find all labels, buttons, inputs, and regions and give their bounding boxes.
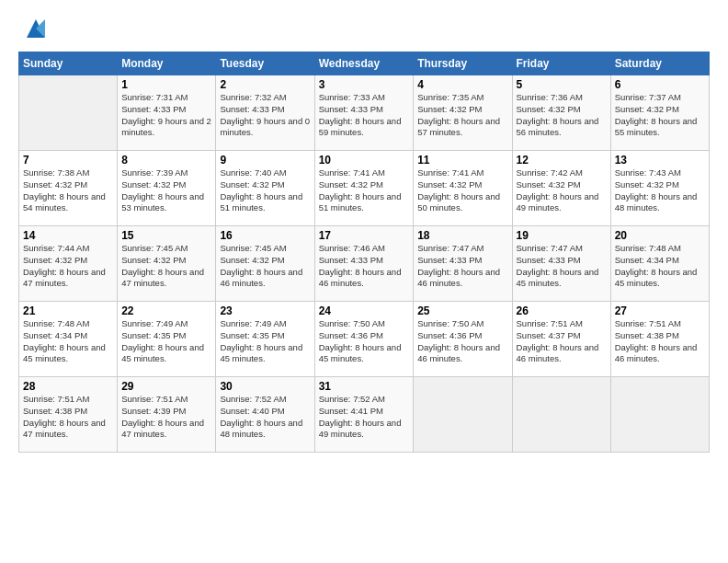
day-info: Sunrise: 7:45 AMSunset: 4:32 PMDaylight:… (121, 243, 211, 290)
day-cell: 8Sunrise: 7:39 AMSunset: 4:32 PMDaylight… (118, 151, 216, 226)
weekday-header-thursday: Thursday (414, 52, 512, 75)
day-cell: 16Sunrise: 7:45 AMSunset: 4:32 PMDayligh… (216, 226, 314, 302)
day-info: Sunrise: 7:52 AMSunset: 4:40 PMDaylight:… (220, 394, 310, 441)
day-number: 5 (517, 78, 607, 91)
day-number: 14 (23, 229, 113, 242)
day-info: Sunrise: 7:48 AMSunset: 4:34 PMDaylight:… (615, 243, 705, 290)
day-cell: 3Sunrise: 7:33 AMSunset: 4:33 PMDaylight… (314, 75, 414, 151)
day-cell: 18Sunrise: 7:47 AMSunset: 4:33 PMDayligh… (414, 226, 512, 302)
day-info: Sunrise: 7:50 AMSunset: 4:36 PMDaylight:… (319, 318, 410, 365)
day-number: 31 (319, 380, 410, 393)
day-info: Sunrise: 7:37 AMSunset: 4:32 PMDaylight:… (615, 92, 705, 139)
week-row-1: 1Sunrise: 7:31 AMSunset: 4:33 PMDaylight… (19, 75, 710, 151)
day-number: 23 (220, 304, 310, 317)
day-info: Sunrise: 7:33 AMSunset: 4:33 PMDaylight:… (319, 92, 410, 139)
day-info: Sunrise: 7:46 AMSunset: 4:33 PMDaylight:… (319, 243, 410, 290)
day-cell: 27Sunrise: 7:51 AMSunset: 4:38 PMDayligh… (610, 302, 709, 377)
day-number: 24 (319, 304, 410, 317)
day-number: 10 (319, 154, 410, 167)
day-cell: 29Sunrise: 7:51 AMSunset: 4:39 PMDayligh… (118, 377, 216, 453)
day-info: Sunrise: 7:49 AMSunset: 4:35 PMDaylight:… (220, 318, 310, 365)
logo (18, 15, 50, 42)
day-number: 6 (615, 78, 705, 91)
day-cell (414, 377, 512, 453)
day-cell: 6Sunrise: 7:37 AMSunset: 4:32 PMDaylight… (610, 75, 709, 151)
day-info: Sunrise: 7:39 AMSunset: 4:32 PMDaylight:… (121, 167, 211, 214)
day-number: 21 (23, 304, 113, 317)
weekday-header-saturday: Saturday (610, 52, 709, 75)
day-number: 30 (220, 380, 310, 393)
day-number: 17 (319, 229, 410, 242)
day-info: Sunrise: 7:44 AMSunset: 4:32 PMDaylight:… (23, 243, 113, 290)
day-number: 9 (220, 154, 310, 167)
weekday-header-row: SundayMondayTuesdayWednesdayThursdayFrid… (19, 52, 710, 75)
day-cell: 9Sunrise: 7:40 AMSunset: 4:32 PMDaylight… (216, 151, 314, 226)
day-info: Sunrise: 7:51 AMSunset: 4:38 PMDaylight:… (23, 394, 113, 441)
day-number: 20 (615, 229, 705, 242)
day-number: 3 (319, 78, 410, 91)
day-cell: 28Sunrise: 7:51 AMSunset: 4:38 PMDayligh… (19, 377, 118, 453)
weekday-header-tuesday: Tuesday (216, 52, 314, 75)
day-cell: 13Sunrise: 7:43 AMSunset: 4:32 PMDayligh… (610, 151, 709, 226)
header (18, 15, 710, 42)
day-cell: 22Sunrise: 7:49 AMSunset: 4:35 PMDayligh… (118, 302, 216, 377)
day-cell: 19Sunrise: 7:47 AMSunset: 4:33 PMDayligh… (512, 226, 610, 302)
day-number: 22 (121, 304, 211, 317)
day-info: Sunrise: 7:45 AMSunset: 4:32 PMDaylight:… (220, 243, 310, 290)
day-number: 12 (517, 154, 607, 167)
day-number: 18 (417, 229, 507, 242)
day-cell: 2Sunrise: 7:32 AMSunset: 4:33 PMDaylight… (216, 75, 314, 151)
day-cell: 31Sunrise: 7:52 AMSunset: 4:41 PMDayligh… (314, 377, 414, 453)
day-info: Sunrise: 7:41 AMSunset: 4:32 PMDaylight:… (319, 167, 410, 214)
weekday-header-monday: Monday (118, 52, 216, 75)
day-info: Sunrise: 7:48 AMSunset: 4:34 PMDaylight:… (23, 318, 113, 365)
day-number: 8 (121, 154, 211, 167)
day-cell: 4Sunrise: 7:35 AMSunset: 4:32 PMDaylight… (414, 75, 512, 151)
day-info: Sunrise: 7:35 AMSunset: 4:32 PMDaylight:… (417, 92, 507, 139)
day-number: 13 (615, 154, 705, 167)
day-info: Sunrise: 7:50 AMSunset: 4:36 PMDaylight:… (417, 318, 507, 365)
logo-icon (22, 15, 50, 42)
day-number: 7 (23, 154, 113, 167)
day-cell: 15Sunrise: 7:45 AMSunset: 4:32 PMDayligh… (118, 226, 216, 302)
week-row-2: 7Sunrise: 7:38 AMSunset: 4:32 PMDaylight… (19, 151, 710, 226)
weekday-header-sunday: Sunday (19, 52, 118, 75)
day-cell: 30Sunrise: 7:52 AMSunset: 4:40 PMDayligh… (216, 377, 314, 453)
day-info: Sunrise: 7:36 AMSunset: 4:32 PMDaylight:… (517, 92, 607, 139)
day-cell: 1Sunrise: 7:31 AMSunset: 4:33 PMDaylight… (118, 75, 216, 151)
day-info: Sunrise: 7:52 AMSunset: 4:41 PMDaylight:… (319, 394, 410, 441)
day-number: 2 (220, 78, 310, 91)
day-info: Sunrise: 7:51 AMSunset: 4:39 PMDaylight:… (121, 394, 211, 441)
day-cell: 7Sunrise: 7:38 AMSunset: 4:32 PMDaylight… (19, 151, 118, 226)
day-cell: 26Sunrise: 7:51 AMSunset: 4:37 PMDayligh… (512, 302, 610, 377)
day-cell: 21Sunrise: 7:48 AMSunset: 4:34 PMDayligh… (19, 302, 118, 377)
day-cell: 20Sunrise: 7:48 AMSunset: 4:34 PMDayligh… (610, 226, 709, 302)
day-cell: 23Sunrise: 7:49 AMSunset: 4:35 PMDayligh… (216, 302, 314, 377)
day-cell: 5Sunrise: 7:36 AMSunset: 4:32 PMDaylight… (512, 75, 610, 151)
day-info: Sunrise: 7:38 AMSunset: 4:32 PMDaylight:… (23, 167, 113, 214)
day-info: Sunrise: 7:42 AMSunset: 4:32 PMDaylight:… (517, 167, 607, 214)
calendar: SundayMondayTuesdayWednesdayThursdayFrid… (18, 52, 710, 453)
day-cell: 12Sunrise: 7:42 AMSunset: 4:32 PMDayligh… (512, 151, 610, 226)
day-cell: 25Sunrise: 7:50 AMSunset: 4:36 PMDayligh… (414, 302, 512, 377)
day-number: 15 (121, 229, 211, 242)
week-row-5: 28Sunrise: 7:51 AMSunset: 4:38 PMDayligh… (19, 377, 710, 453)
day-cell (512, 377, 610, 453)
day-number: 26 (517, 304, 607, 317)
day-info: Sunrise: 7:41 AMSunset: 4:32 PMDaylight:… (417, 167, 507, 214)
day-number: 25 (417, 304, 507, 317)
day-info: Sunrise: 7:47 AMSunset: 4:33 PMDaylight:… (517, 243, 607, 290)
day-number: 1 (121, 78, 211, 91)
day-info: Sunrise: 7:49 AMSunset: 4:35 PMDaylight:… (121, 318, 211, 365)
day-number: 27 (615, 304, 705, 317)
day-number: 19 (517, 229, 607, 242)
weekday-header-friday: Friday (512, 52, 610, 75)
day-info: Sunrise: 7:31 AMSunset: 4:33 PMDaylight:… (121, 92, 211, 139)
day-cell: 14Sunrise: 7:44 AMSunset: 4:32 PMDayligh… (19, 226, 118, 302)
day-cell (19, 75, 118, 151)
day-cell: 24Sunrise: 7:50 AMSunset: 4:36 PMDayligh… (314, 302, 414, 377)
day-cell: 17Sunrise: 7:46 AMSunset: 4:33 PMDayligh… (314, 226, 414, 302)
week-row-4: 21Sunrise: 7:48 AMSunset: 4:34 PMDayligh… (19, 302, 710, 377)
day-cell: 10Sunrise: 7:41 AMSunset: 4:32 PMDayligh… (314, 151, 414, 226)
week-row-3: 14Sunrise: 7:44 AMSunset: 4:32 PMDayligh… (19, 226, 710, 302)
